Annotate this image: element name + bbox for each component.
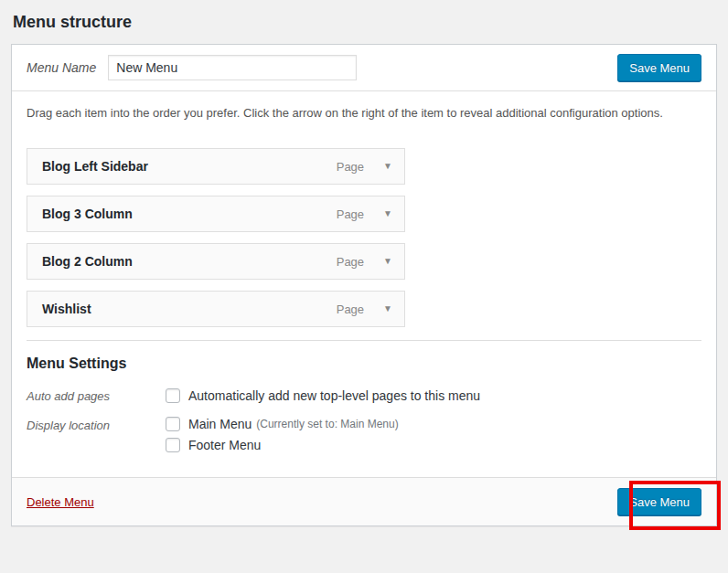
menu-structure-panel: Menu Name Save Menu Drag each item into … [11,44,717,526]
chevron-down-icon[interactable]: ▼ [383,257,392,266]
menu-item-title: Blog 3 Column [42,207,133,221]
auto-add-pages-checkbox[interactable] [166,388,180,403]
menu-actions-footer: Delete Menu Save Menu [12,477,716,525]
chevron-down-icon[interactable]: ▼ [383,209,392,218]
auto-add-pages-row: Auto add pages Automatically add new top… [27,387,701,403]
save-menu-button-top[interactable]: Save Menu [617,54,701,81]
main-menu-current-setting: (Currently set to: Main Menu) [256,418,398,430]
menu-item-type: Page [337,207,364,221]
menu-item-title: Blog Left Sidebar [42,159,148,174]
display-location-label: Display location [27,417,166,452]
auto-add-pages-label: Auto add pages [27,387,166,403]
menu-item-type: Page [337,255,364,269]
display-location-options: Main Menu (Currently set to: Main Menu) … [166,417,399,452]
menu-item-type: Page [337,302,364,316]
menu-item-blog-2-column[interactable]: Blog 2 Column Page ▼ [27,243,405,280]
main-menu-checkbox-line: Main Menu (Currently set to: Main Menu) [166,417,399,431]
menu-name-label: Menu Name [27,60,96,75]
auto-add-checkbox-label: Automatically add new top-level pages to… [188,388,480,403]
menu-structure-body: Drag each item into the order you prefer… [12,91,716,477]
menu-item-blog-left-sidebar[interactable]: Blog Left Sidebar Page ▼ [27,148,405,185]
menu-item-title: Blog 2 Column [42,254,133,269]
footer-menu-checkbox[interactable] [166,438,180,452]
menu-item-blog-3-column[interactable]: Blog 3 Column Page ▼ [27,196,405,232]
menu-item-type: Page [337,160,364,174]
menu-name-input[interactable] [108,55,357,80]
chevron-down-icon[interactable]: ▼ [383,162,392,171]
delete-menu-link[interactable]: Delete Menu [27,495,94,509]
page-title: Menu structure [0,0,728,44]
settings-divider [27,340,701,341]
menu-item-wishlist[interactable]: Wishlist Page ▼ [27,291,405,327]
menu-item-title: Wishlist [42,302,91,316]
drag-instructions: Drag each item into the order you prefer… [27,106,701,121]
auto-add-checkbox-line: Automatically add new top-level pages to… [166,387,480,403]
main-menu-checkbox[interactable] [166,417,180,431]
footer-menu-label: Footer Menu [188,438,261,452]
chevron-down-icon[interactable]: ▼ [383,304,392,313]
save-menu-button-bottom[interactable]: Save Menu [617,488,701,515]
footer-menu-checkbox-line: Footer Menu [166,438,399,452]
display-location-row: Display location Main Menu (Currently se… [27,417,701,452]
menu-name-header: Menu Name Save Menu [12,45,716,91]
menu-settings-heading: Menu Settings [27,355,701,372]
main-menu-label: Main Menu [188,417,252,431]
